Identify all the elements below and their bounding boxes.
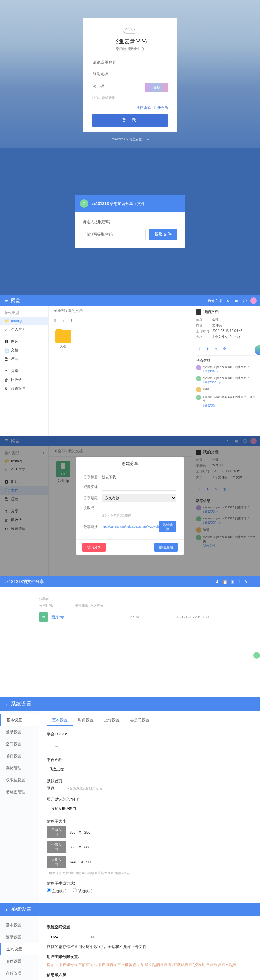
share-list-title: zx131313的文件分享: [5, 579, 44, 584]
login-footer: Powered By 飞鱼云盘 1.52: [111, 137, 150, 142]
grid-icon[interactable]: ⊞: [233, 438, 239, 444]
login-note: 相信内容或登录: [92, 96, 168, 100]
tab-member[interactable]: 会员门设置: [125, 715, 155, 726]
action-icon[interactable]: ⇪: [196, 486, 203, 492]
sidebar-item[interactable]: 📁testmg: [0, 457, 48, 465]
sidebar-item[interactable]: 🗜压缩: [0, 495, 48, 504]
nav-item-basic[interactable]: 基本设置: [0, 714, 39, 726]
grid-icon[interactable]: ⊞: [233, 298, 239, 304]
sidebar-item[interactable]: ⇪分享: [0, 507, 48, 515]
nav-item[interactable]: 权限位设置: [0, 774, 39, 786]
menu-icon[interactable]: ☰: [3, 439, 9, 443]
info-icon[interactable]: ⓘ: [242, 438, 248, 444]
main-area: ◀ 全部 › 我的文档 ⬆ ＋ ⬇ 文档: [49, 306, 192, 436]
sidebar-item[interactable]: ○个人空间: [0, 465, 48, 474]
breadcrumb[interactable]: ◀ 全部 › 我的文档: [49, 306, 192, 316]
newfolder-icon[interactable]: ＋: [62, 318, 67, 323]
captcha-input[interactable]: [92, 81, 143, 92]
login-button[interactable]: 登 录: [92, 114, 168, 127]
username-input[interactable]: [92, 57, 168, 68]
action-delete-icon[interactable]: 🗑: [221, 345, 228, 352]
folder-icon: [55, 330, 71, 343]
password-input[interactable]: [92, 69, 168, 80]
platform-name-input[interactable]: [47, 765, 105, 773]
toolbar-icon[interactable]: ⊞: [231, 579, 234, 584]
nav-item[interactable]: 登录设置: [0, 931, 39, 943]
action-icon[interactable]: ⬇: [204, 486, 211, 492]
sidebar-item[interactable]: ⚙设置管理: [0, 524, 48, 533]
copy-link-button[interactable]: 复制链接: [159, 521, 177, 532]
tab-basic[interactable]: 基本设置: [47, 715, 73, 726]
sidebar-item-share[interactable]: ⇪分享: [0, 367, 48, 375]
sidebar-item-doc[interactable]: 📄文档: [0, 346, 48, 355]
modal-title: 创建分享: [77, 457, 183, 471]
user-avatar[interactable]: [250, 438, 257, 444]
back-icon[interactable]: ‹: [6, 907, 8, 912]
nav-item[interactable]: 基本设置: [0, 919, 39, 931]
sidebar-item-image[interactable]: 🖼图片: [0, 337, 48, 346]
radio-active[interactable]: 主动模式: [47, 888, 66, 894]
nav-item[interactable]: 邮件设置: [0, 955, 39, 967]
zip-icon: ZIP: [56, 461, 70, 477]
system-space-input[interactable]: [47, 932, 89, 941]
info-icon[interactable]: ⓘ: [242, 298, 248, 304]
sidebar-item-zip[interactable]: 🗜压缩: [0, 355, 48, 363]
back-icon[interactable]: ‹: [6, 702, 8, 707]
help-bubble[interactable]: [254, 652, 260, 659]
share-file-row[interactable]: ZIP 图片.zip 2.5 M 2021-01-16 20:30:50: [39, 610, 221, 624]
radio-passive[interactable]: 被动模式: [73, 888, 92, 894]
forgot-password-link[interactable]: 找回密码: [137, 106, 151, 110]
sidebar-item[interactable]: 🗑回收站: [0, 515, 48, 524]
breadcrumb[interactable]: ◀ 全部 › 我的文档: [49, 446, 192, 457]
action-share-icon[interactable]: ⇪: [196, 345, 203, 352]
nav-item[interactable]: 缩略图管理: [0, 786, 39, 798]
toolbar-icon[interactable]: ⬇: [215, 579, 219, 584]
share-expiry-select[interactable]: 永久有效: [102, 494, 177, 502]
notification-badge[interactable]: 通知 2 条: [208, 298, 222, 303]
nav-item[interactable]: 空间设置: [0, 738, 39, 750]
logo-upload[interactable]: ☁: [47, 739, 66, 752]
toolbar-icon[interactable]: ✎: [244, 579, 248, 584]
nav-item-space[interactable]: 空间设置: [0, 943, 39, 955]
sidebar-item[interactable]: 🖼图片: [0, 477, 48, 486]
action-download-icon[interactable]: ⬇: [204, 345, 211, 352]
nav-item[interactable]: 邮件设置: [0, 750, 39, 762]
collapse-icon[interactable]: ‹: [43, 310, 44, 315]
tab-time[interactable]: 时间设置: [73, 715, 99, 726]
sidebar-item-personal[interactable]: ○个人空间: [0, 325, 48, 334]
refresh-icon[interactable]: ⟲: [225, 298, 231, 304]
user-avatar[interactable]: [250, 298, 257, 304]
system-settings-space: ‹ 系统设置 基本设置 登录设置 空间设置 邮件设置 存储管理 权限位设置 缩略…: [0, 903, 260, 980]
sidebar-item-settings[interactable]: ⚙设置管理: [0, 384, 48, 393]
nav-item[interactable]: 存储管理: [0, 967, 39, 979]
nav-item[interactable]: 登录设置: [0, 726, 39, 738]
refresh-icon[interactable]: ⟲: [225, 438, 231, 444]
captcha-image[interactable]: B6: [145, 83, 168, 92]
tab-upload[interactable]: 上传设置: [99, 715, 125, 726]
action-icon[interactable]: ✎: [213, 486, 219, 492]
toolbar-icon[interactable]: ⋯: [251, 579, 255, 584]
nav-item[interactable]: 存储管理: [0, 762, 39, 774]
sidebar-item-testmg[interactable]: 📁testmg: [0, 317, 48, 325]
cancel-share-button[interactable]: 取消分享: [82, 543, 105, 552]
download-icon[interactable]: ⬇: [70, 318, 75, 323]
sidebar-item[interactable]: 📄文档: [0, 486, 48, 495]
action-icon[interactable]: 🗑: [221, 486, 228, 492]
register-link[interactable]: 注册会员: [154, 106, 168, 110]
extract-button[interactable]: 提取文件: [149, 229, 177, 240]
view-share-button[interactable]: 前往查看: [155, 543, 178, 552]
sidebar-item-trash[interactable]: 🗑回收站: [0, 375, 48, 384]
share-password-card: Z zx131313 给您加密分享了文件 请输入提取密码: 提取文件: [75, 196, 185, 248]
zip-item[interactable]: ZIP 文档.zip: [53, 461, 73, 483]
share-entity-input[interactable]: [102, 483, 177, 491]
action-rename-icon[interactable]: ✎: [213, 345, 219, 352]
folder-item[interactable]: 文档: [53, 330, 73, 349]
action-more-icon[interactable]: ⋯: [230, 345, 236, 352]
toolbar-icon[interactable]: 📋: [222, 579, 228, 584]
file-manager-share-modal: ☰ 网盘 ⟲ ⊞ ⓘ 操作类型‹ 📁testmg ○个人空间 🖼图片 📄文档 🗜…: [0, 436, 260, 576]
toolbar-icon[interactable]: ⇪: [238, 579, 241, 584]
menu-icon[interactable]: ☰: [3, 298, 9, 303]
upload-icon[interactable]: ⬆: [53, 318, 59, 323]
extract-password-input[interactable]: [83, 229, 145, 240]
dept-button[interactable]: 只加入根级部门 +: [47, 804, 83, 813]
